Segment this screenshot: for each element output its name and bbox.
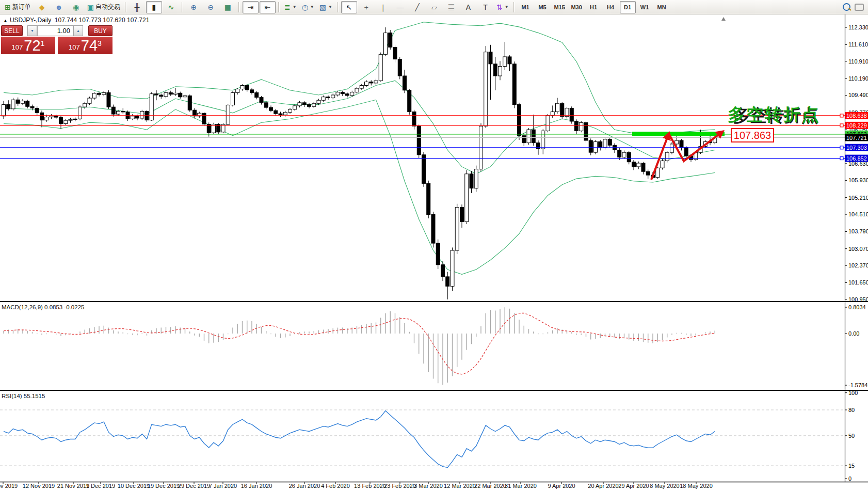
horizontal-line-button[interactable]: — xyxy=(392,1,408,13)
crosshair-button[interactable]: ＋ xyxy=(358,1,374,13)
signal-button[interactable]: ◉ xyxy=(68,1,84,13)
tf-m1-label: M1 xyxy=(521,4,529,10)
volume-input[interactable]: 1.00 xyxy=(37,25,73,36)
bear-candle xyxy=(255,92,259,97)
candle-chart-button[interactable]: ▮ xyxy=(146,1,162,13)
volume-increase-button[interactable]: ▲ xyxy=(73,25,83,36)
bear-candle xyxy=(417,126,421,155)
bear-candle xyxy=(408,90,411,112)
bear-candle xyxy=(489,52,492,64)
zoom-in-button[interactable]: ⊕ xyxy=(186,1,202,13)
bull-candle xyxy=(355,88,359,92)
tf-w1[interactable]: W1 xyxy=(637,1,653,13)
chart-canvas[interactable]: 多空转折点多空转折点107.863MACD(12,26,9) 0.0853 -0… xyxy=(0,0,868,491)
bear-candle xyxy=(512,64,516,105)
bear-candle xyxy=(7,105,10,109)
toolbar-separator xyxy=(278,2,280,12)
date-label: 18 May 2020 xyxy=(680,483,713,489)
tf-d1[interactable]: D1 xyxy=(620,1,636,13)
window-icon: ◆ xyxy=(39,4,45,11)
tf-m15[interactable]: M15 xyxy=(552,1,568,13)
new-order-button[interactable]: ⊞新订单 xyxy=(3,1,33,13)
chart-symbol-period: USDJPY-,Daily xyxy=(10,17,51,24)
axis-tick-label: 0 xyxy=(848,476,851,482)
sell-button[interactable]: SELL xyxy=(1,25,23,36)
bear-candle xyxy=(341,92,344,93)
vertical-line-button[interactable]: ｜ xyxy=(375,1,391,13)
tf-h1[interactable]: H1 xyxy=(586,1,602,13)
tf-m30[interactable]: M30 xyxy=(569,1,585,13)
indicators-button[interactable]: ≣▼ xyxy=(282,1,299,13)
bull-candle xyxy=(21,101,25,104)
chevron-down-icon: ▼ xyxy=(505,5,509,9)
chart-window-button[interactable]: ◆ xyxy=(34,1,50,13)
channel-button[interactable]: ▱ xyxy=(426,1,442,13)
zoom-out-button[interactable]: ⊖ xyxy=(203,1,219,13)
tf-d1-label: D1 xyxy=(624,4,631,10)
bear-candle xyxy=(16,100,20,103)
bear-candle xyxy=(193,110,197,116)
tf-m1[interactable]: M1 xyxy=(518,1,534,13)
line-anchor-handle[interactable] xyxy=(840,157,843,160)
date-axis[interactable]: 5 Nov 201912 Nov 201921 Nov 20191 Dec 20… xyxy=(0,482,713,489)
collapse-icon[interactable]: ▲ xyxy=(3,18,8,23)
highlight-green-bar[interactable] xyxy=(632,132,725,136)
bear-candle xyxy=(30,106,34,108)
bull-candle xyxy=(484,52,488,126)
bull-candle xyxy=(580,122,583,131)
line-chart-button[interactable]: ∿ xyxy=(163,1,179,13)
annotation-text[interactable]: 多空转折点 xyxy=(728,105,821,124)
auto-trading-button[interactable]: ▣自动交易 xyxy=(85,1,122,13)
buy-price[interactable]: 107743 xyxy=(58,37,112,54)
search-button[interactable] xyxy=(843,3,850,11)
tile-windows-button[interactable]: ▦ xyxy=(220,1,236,13)
axis-price-tag-value: 107.721 xyxy=(846,135,867,141)
bear-candle xyxy=(179,93,182,97)
chart-title: ▲USDJPY-,Daily 107.744 107.773 107.620 1… xyxy=(3,17,149,24)
bar-chart-button[interactable]: ╫ xyxy=(129,1,145,13)
bull-candle xyxy=(140,112,144,118)
tf-mn[interactable]: MN xyxy=(654,1,670,13)
tf-m5[interactable]: M5 xyxy=(535,1,551,13)
text-button[interactable]: A xyxy=(460,1,476,13)
chart-shift-button[interactable]: ⇤ xyxy=(260,1,276,13)
cursor-button[interactable]: ↖ xyxy=(341,1,357,13)
axis-price-tag-value: 108.229 xyxy=(846,122,867,129)
tf-h4[interactable]: H4 xyxy=(603,1,619,13)
bear-candle xyxy=(508,57,511,64)
bear-candle xyxy=(111,107,115,114)
profile-button[interactable]: ☻ xyxy=(51,1,67,13)
line-anchor-handle[interactable] xyxy=(840,114,843,117)
bull-candle xyxy=(661,161,664,168)
toolbar-separator xyxy=(513,2,515,12)
bear-candle xyxy=(618,150,621,157)
bull-candle xyxy=(331,95,335,98)
bear-candle xyxy=(202,113,206,124)
bull-candle xyxy=(64,120,68,123)
fibonacci-button[interactable]: 𝄚 xyxy=(443,1,459,13)
periods-button[interactable]: ◷▼ xyxy=(300,1,316,13)
volume-decrease-button[interactable]: ▼ xyxy=(27,25,37,36)
sell-price[interactable]: 107721 xyxy=(1,37,55,54)
toolbar-separator xyxy=(125,2,126,12)
bear-candle xyxy=(446,277,449,287)
date-label: 31 Mar 2020 xyxy=(505,483,537,489)
bear-candle xyxy=(632,162,636,167)
templates-button[interactable]: ▧▼ xyxy=(317,1,334,13)
chat-button[interactable] xyxy=(855,4,864,11)
hline-icon: — xyxy=(396,4,404,11)
price-callout-box[interactable]: 107.863 xyxy=(731,129,774,142)
line-anchor-handle[interactable] xyxy=(840,124,843,127)
date-label: 10 Dec 2019 xyxy=(118,483,150,489)
line-anchor-handle[interactable] xyxy=(840,146,843,149)
bear-candle xyxy=(431,215,435,244)
auto-scroll-button[interactable]: ⇥ xyxy=(243,1,259,13)
bear-candle xyxy=(412,112,416,126)
label-button[interactable]: T xyxy=(477,1,493,13)
arrows-button[interactable]: ⇅▼ xyxy=(494,1,511,13)
bear-candle xyxy=(369,82,373,83)
new-order-icon: ⊞ xyxy=(5,4,11,11)
bull-candle xyxy=(622,152,626,157)
trendline-button[interactable]: ╱ xyxy=(409,1,425,13)
buy-button[interactable]: BUY xyxy=(88,25,112,36)
